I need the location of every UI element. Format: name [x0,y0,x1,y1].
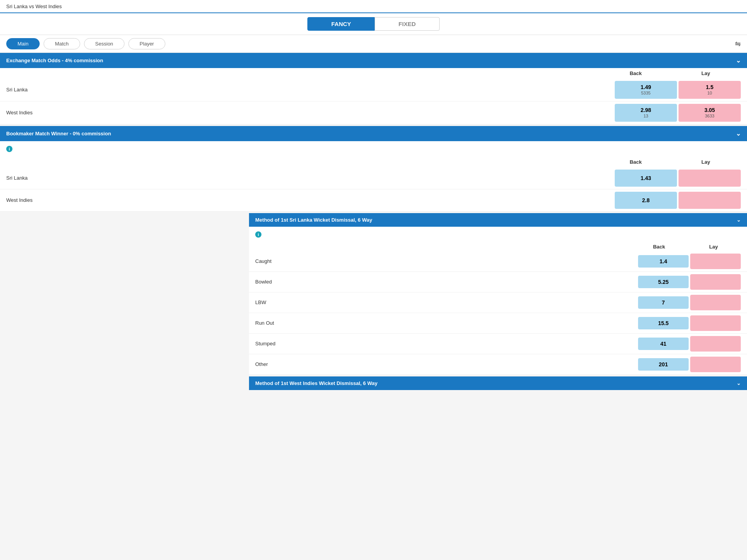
exchange-section-title: Exchange Match Odds - 4% commission [6,58,103,63]
fixed-tab[interactable]: FIXED [375,17,439,31]
bookmaker-back-btn-west-indies[interactable]: 2.8 [615,192,677,209]
method-label-bowled: Bowled [255,279,638,285]
sub-tab-session[interactable]: Session [84,38,124,49]
bottom-chevron-icon: ⌄ [736,380,741,386]
method-section: Method of 1st Sri Lanka Wicket Dismissal… [249,213,747,375]
bottom-section-header[interactable]: Method of 1st West Indies Wicket Dismiss… [249,376,747,390]
exchange-col-headers: Back Lay [0,68,747,79]
method-label-caught: Caught [255,258,638,264]
bookmaker-section: Bookmaker Match Winner - 0% commission ⌄… [0,126,747,212]
exchange-section-header[interactable]: Exchange Match Odds - 4% commission ⌄ [0,53,747,68]
method-section-header[interactable]: Method of 1st Sri Lanka Wicket Dismissal… [249,213,747,227]
fancy-fixed-tab-bar: FANCY FIXED [0,13,747,35]
exchange-match-odds-section: Exchange Match Odds - 4% commission ⌄ Ba… [0,53,747,124]
main-content: Exchange Match Odds - 4% commission ⌄ Ba… [0,53,747,390]
method-lay-lbw [690,295,741,310]
exchange-odds-buttons-sri-lanka: 1.49 5335 1.5 10 [615,81,741,99]
method-back-btn-lbw[interactable]: 7 [638,296,689,309]
method-row-stumped: Stumped 41 [249,334,747,354]
bookmaker-chevron-icon: ⌄ [736,130,741,137]
more-tabs-icon[interactable]: ⇋ [735,40,741,48]
exchange-back-btn-sri-lanka[interactable]: 1.49 5335 [615,81,677,99]
method-lay-other [690,357,741,372]
method-label-lbw: LBW [255,299,638,305]
method-back-label: Back [632,244,686,250]
method-lay-stumped [690,336,741,352]
method-label-runout: Run Out [255,320,638,326]
method-back-btn-runout[interactable]: 15.5 [638,317,689,329]
bookmaker-lay-btn-sri-lanka[interactable] [679,170,741,187]
method-row-caught: Caught 1.4 [249,251,747,272]
method-back-btn-caught[interactable]: 1.4 [638,255,689,268]
back-col-label: Back [601,70,671,76]
bookmaker-section-header[interactable]: Bookmaker Match Winner - 0% commission ⌄ [0,126,747,141]
method-chevron-icon: ⌄ [736,217,741,223]
sub-tab-main[interactable]: Main [6,38,40,49]
sub-tab-player[interactable]: Player [128,38,165,49]
method-back-btn-bowled[interactable]: 5.25 [638,276,689,288]
bookmaker-back-btn-sri-lanka[interactable]: 1.43 [615,170,677,187]
bookmaker-col-headers: Back Lay [0,157,747,167]
exchange-chevron-icon: ⌄ [736,57,741,64]
exchange-row-west-indies: West Indies 2.98 13 3.05 3633 [0,102,747,124]
method-lay-bowled [690,274,741,290]
method-lay-label: Lay [686,244,741,250]
method-back-btn-other[interactable]: 201 [638,358,689,371]
method-label-other: Other [255,361,638,367]
bookmaker-odds-sri-lanka: 1.43 [615,170,741,187]
fancy-tab[interactable]: FANCY [307,17,375,31]
sub-tab-bar: Main Match Session Player ⇋ [0,35,747,53]
bookmaker-row-sri-lanka: Sri Lanka 1.43 [0,167,747,189]
bottom-section-title: Method of 1st West Indies Wicket Dismiss… [255,380,377,386]
method-info-icon[interactable]: i [255,231,261,238]
exchange-row-sri-lanka: Sri Lanka 1.49 5335 1.5 10 [0,79,747,102]
method-back-btn-stumped[interactable]: 41 [638,338,689,350]
sub-tab-match[interactable]: Match [44,38,80,49]
method-section-title: Method of 1st Sri Lanka Wicket Dismissal… [255,217,372,223]
top-bar: Sri Lanka vs West Indies [0,0,747,13]
bookmaker-section-title: Bookmaker Match Winner - 0% commission [6,131,111,136]
exchange-lay-btn-west-indies[interactable]: 3.05 3633 [679,104,741,122]
bookmaker-odds-west-indies: 2.8 [615,192,741,209]
bookmaker-back-label: Back [601,159,671,165]
exchange-lay-btn-sri-lanka[interactable]: 1.5 10 [679,81,741,99]
bookmaker-lay-label: Lay [671,159,741,165]
lay-col-label: Lay [671,70,741,76]
exchange-odds-buttons-west-indies: 2.98 13 3.05 3633 [615,104,741,122]
method-label-stumped: Stumped [255,341,638,346]
bookmaker-team-sri-lanka: Sri Lanka [6,175,615,181]
method-lay-runout [690,315,741,331]
method-row-bowled: Bowled 5.25 [249,272,747,292]
page-title: Sri Lanka vs West Indies [6,4,62,9]
bookmaker-row-west-indies: West Indies 2.8 [0,189,747,212]
exchange-back-btn-west-indies[interactable]: 2.98 13 [615,104,677,122]
bookmaker-team-west-indies: West Indies [6,197,615,203]
method-col-headers: Back Lay [249,242,747,251]
exchange-team-sri-lanka: Sri Lanka [6,87,615,93]
bookmaker-lay-btn-west-indies[interactable] [679,192,741,209]
exchange-team-west-indies: West Indies [6,110,615,116]
method-lay-caught [690,254,741,269]
method-row-runout: Run Out 15.5 [249,313,747,334]
bookmaker-info-icon[interactable]: i [6,146,12,152]
method-row-lbw: LBW 7 [249,292,747,313]
method-row-other: Other 201 [249,354,747,375]
